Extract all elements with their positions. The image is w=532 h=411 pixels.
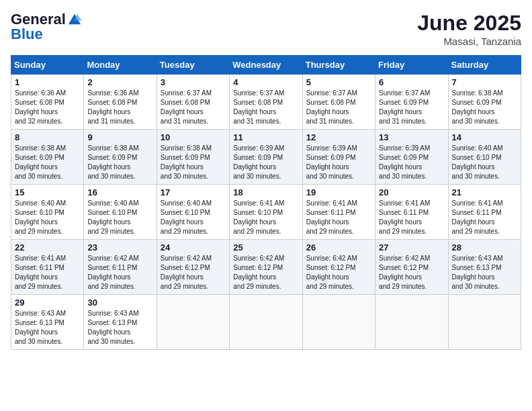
cell-info: Sunrise: 6:41 AMSunset: 6:11 PMDaylight … [306, 199, 357, 235]
cell-info: Sunrise: 6:40 AMSunset: 6:10 PMDaylight … [87, 199, 138, 235]
day-number: 24 [161, 242, 226, 253]
day-number: 28 [452, 242, 517, 253]
day-number: 16 [87, 187, 152, 197]
table-row: 24Sunrise: 6:42 AMSunset: 6:12 PMDayligh… [157, 240, 229, 295]
day-number: 9 [87, 132, 152, 142]
cell-info: Sunrise: 6:42 AMSunset: 6:12 PMDaylight … [233, 255, 284, 290]
table-row: 26Sunrise: 6:42 AMSunset: 6:12 PMDayligh… [302, 240, 375, 295]
cell-info: Sunrise: 6:37 AMSunset: 6:08 PMDaylight … [233, 89, 284, 125]
cell-info: Sunrise: 6:41 AMSunset: 6:10 PMDaylight … [233, 199, 284, 235]
day-number: 6 [379, 77, 444, 87]
col-wednesday: Wednesday [230, 56, 302, 75]
day-number: 18 [233, 187, 298, 197]
table-row [157, 295, 229, 350]
calendar-table: Sunday Monday Tuesday Wednesday Thursday… [11, 55, 521, 350]
day-number: 23 [87, 242, 152, 253]
cell-info: Sunrise: 6:37 AMSunset: 6:08 PMDaylight … [306, 89, 357, 125]
col-sunday: Sunday [11, 56, 84, 75]
table-row: 11Sunrise: 6:39 AMSunset: 6:09 PMDayligh… [230, 130, 302, 185]
table-row: 4Sunrise: 6:37 AMSunset: 6:08 PMDaylight… [230, 75, 302, 130]
day-number: 30 [87, 298, 152, 308]
cell-info: Sunrise: 6:38 AMSunset: 6:09 PMDaylight … [452, 89, 503, 125]
table-row [448, 295, 521, 350]
table-row: 9Sunrise: 6:38 AMSunset: 6:09 PMDaylight… [84, 130, 157, 185]
cell-info: Sunrise: 6:38 AMSunset: 6:09 PMDaylight … [161, 144, 212, 180]
day-number: 3 [161, 77, 226, 87]
cell-info: Sunrise: 6:39 AMSunset: 6:09 PMDaylight … [379, 144, 430, 180]
day-number: 25 [233, 242, 298, 253]
table-row: 20Sunrise: 6:41 AMSunset: 6:11 PMDayligh… [375, 185, 448, 240]
table-row: 6Sunrise: 6:37 AMSunset: 6:09 PMDaylight… [375, 75, 448, 130]
day-number: 19 [306, 187, 371, 197]
day-number: 27 [379, 242, 444, 253]
day-number: 2 [87, 77, 152, 87]
table-row: 2Sunrise: 6:36 AMSunset: 6:08 PMDaylight… [84, 75, 157, 130]
cell-info: Sunrise: 6:40 AMSunset: 6:10 PMDaylight … [161, 199, 212, 235]
col-thursday: Thursday [302, 56, 375, 75]
table-row: 21Sunrise: 6:41 AMSunset: 6:11 PMDayligh… [448, 185, 521, 240]
logo: General Blue [11, 11, 82, 43]
table-row: 13Sunrise: 6:39 AMSunset: 6:09 PMDayligh… [375, 130, 448, 185]
table-row: 19Sunrise: 6:41 AMSunset: 6:11 PMDayligh… [302, 185, 375, 240]
day-number: 5 [306, 77, 371, 87]
day-number: 17 [161, 187, 226, 197]
table-row: 7Sunrise: 6:38 AMSunset: 6:09 PMDaylight… [448, 75, 521, 130]
table-row: 22Sunrise: 6:41 AMSunset: 6:11 PMDayligh… [11, 240, 84, 295]
table-row: 10Sunrise: 6:38 AMSunset: 6:09 PMDayligh… [157, 130, 229, 185]
calendar-row: 15Sunrise: 6:40 AMSunset: 6:10 PMDayligh… [11, 185, 521, 240]
table-row: 29Sunrise: 6:43 AMSunset: 6:13 PMDayligh… [11, 295, 84, 350]
cell-info: Sunrise: 6:43 AMSunset: 6:13 PMDaylight … [452, 255, 503, 290]
day-number: 7 [452, 77, 517, 87]
cell-info: Sunrise: 6:41 AMSunset: 6:11 PMDaylight … [379, 199, 430, 235]
col-friday: Friday [375, 56, 448, 75]
table-row: 18Sunrise: 6:41 AMSunset: 6:10 PMDayligh… [230, 185, 302, 240]
table-row: 25Sunrise: 6:42 AMSunset: 6:12 PMDayligh… [230, 240, 302, 295]
title-block: June 2025 Masasi, Tanzania [417, 11, 521, 47]
table-row [375, 295, 448, 350]
cell-info: Sunrise: 6:38 AMSunset: 6:09 PMDaylight … [87, 144, 138, 180]
day-number: 14 [452, 132, 517, 142]
day-number: 29 [15, 298, 80, 308]
cell-info: Sunrise: 6:43 AMSunset: 6:13 PMDaylight … [15, 310, 66, 345]
day-number: 20 [379, 187, 444, 197]
location: Masasi, Tanzania [417, 36, 521, 47]
cell-info: Sunrise: 6:36 AMSunset: 6:08 PMDaylight … [15, 89, 66, 125]
cell-info: Sunrise: 6:41 AMSunset: 6:11 PMDaylight … [15, 255, 66, 290]
logo-blue: Blue [11, 26, 43, 43]
logo-icon [67, 12, 82, 27]
cell-info: Sunrise: 6:42 AMSunset: 6:12 PMDaylight … [379, 255, 430, 290]
cell-info: Sunrise: 6:36 AMSunset: 6:08 PMDaylight … [87, 89, 138, 125]
table-row: 3Sunrise: 6:37 AMSunset: 6:08 PMDaylight… [157, 75, 229, 130]
cell-info: Sunrise: 6:37 AMSunset: 6:09 PMDaylight … [379, 89, 430, 125]
day-number: 10 [161, 132, 226, 142]
table-row: 12Sunrise: 6:39 AMSunset: 6:09 PMDayligh… [302, 130, 375, 185]
page-header: General Blue June 2025 Masasi, Tanzania [11, 11, 521, 47]
day-number: 22 [15, 242, 80, 253]
table-row: 8Sunrise: 6:38 AMSunset: 6:09 PMDaylight… [11, 130, 84, 185]
table-row [302, 295, 375, 350]
table-row: 28Sunrise: 6:43 AMSunset: 6:13 PMDayligh… [448, 240, 521, 295]
col-monday: Monday [84, 56, 157, 75]
table-row: 30Sunrise: 6:43 AMSunset: 6:13 PMDayligh… [84, 295, 157, 350]
cell-info: Sunrise: 6:41 AMSunset: 6:11 PMDaylight … [452, 199, 503, 235]
table-row [230, 295, 302, 350]
cell-info: Sunrise: 6:43 AMSunset: 6:13 PMDaylight … [87, 310, 138, 345]
cell-info: Sunrise: 6:37 AMSunset: 6:08 PMDaylight … [161, 89, 212, 125]
cell-info: Sunrise: 6:42 AMSunset: 6:12 PMDaylight … [161, 255, 212, 290]
day-number: 15 [15, 187, 80, 197]
table-row: 5Sunrise: 6:37 AMSunset: 6:08 PMDaylight… [302, 75, 375, 130]
month-year: June 2025 [417, 11, 521, 36]
cell-info: Sunrise: 6:38 AMSunset: 6:09 PMDaylight … [15, 144, 66, 180]
day-number: 1 [15, 77, 80, 87]
cell-info: Sunrise: 6:40 AMSunset: 6:10 PMDaylight … [452, 144, 503, 180]
calendar-header-row: Sunday Monday Tuesday Wednesday Thursday… [11, 56, 521, 75]
table-row: 15Sunrise: 6:40 AMSunset: 6:10 PMDayligh… [11, 185, 84, 240]
day-number: 11 [233, 132, 298, 142]
cell-info: Sunrise: 6:39 AMSunset: 6:09 PMDaylight … [233, 144, 284, 180]
calendar-row: 29Sunrise: 6:43 AMSunset: 6:13 PMDayligh… [11, 295, 521, 350]
day-number: 13 [379, 132, 444, 142]
table-row: 27Sunrise: 6:42 AMSunset: 6:12 PMDayligh… [375, 240, 448, 295]
table-row: 1Sunrise: 6:36 AMSunset: 6:08 PMDaylight… [11, 75, 84, 130]
cell-info: Sunrise: 6:39 AMSunset: 6:09 PMDaylight … [306, 144, 357, 180]
calendar-row: 22Sunrise: 6:41 AMSunset: 6:11 PMDayligh… [11, 240, 521, 295]
